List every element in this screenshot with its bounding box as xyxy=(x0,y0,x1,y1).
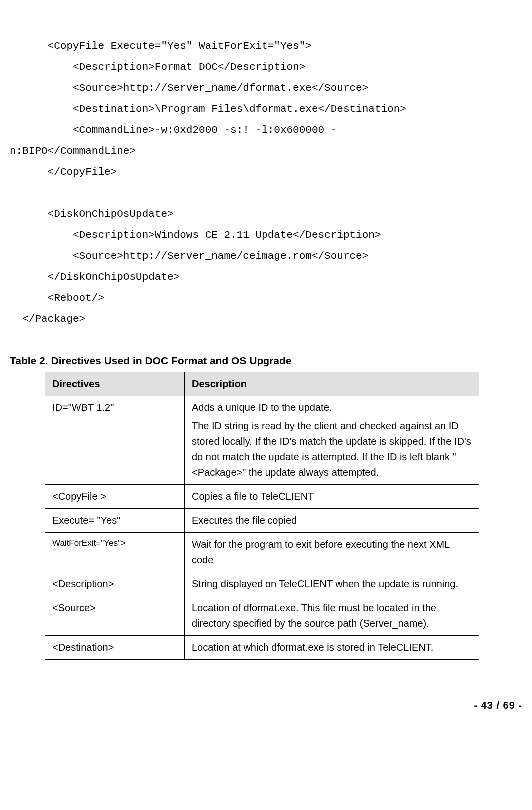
description-cell: Wait for the program to exit before exec… xyxy=(185,533,479,572)
code-line: <Source>http://Server_name/dformat.exe</… xyxy=(10,82,368,94)
directive-cell: WaitForExit="Yes"> xyxy=(45,533,185,572)
table-row: <Destination> Location at which dformat.… xyxy=(45,636,479,660)
code-line: <DiskOnChipOsUpdate> xyxy=(10,208,174,220)
code-line: <Description>Windows CE 2.11 Update</Des… xyxy=(10,229,381,241)
table-row: <Source> Location of dformat.exe. This f… xyxy=(45,596,479,636)
table-row: Execute= "Yes" Executes the file copied xyxy=(45,509,479,533)
description-cell: String displayed on TeleCLIENT when the … xyxy=(185,572,479,596)
description-cell: Location at which dformat.exe is stored … xyxy=(185,636,479,660)
description-text: Adds a unique ID to the update. xyxy=(192,400,472,415)
description-text: The ID string is read by the client and … xyxy=(192,418,472,480)
table-header-directives: Directives xyxy=(45,372,185,396)
code-block: <CopyFile Execute="Yes" WaitForExit="Yes… xyxy=(10,15,522,330)
code-line: </DiskOnChipOsUpdate> xyxy=(10,271,180,283)
description-cell: Copies a file to TeleCLIENT xyxy=(185,485,479,509)
table-row: <CopyFile > Copies a file to TeleCLIENT xyxy=(45,485,479,509)
code-line: <Reboot/> xyxy=(10,292,104,304)
directive-cell: ID="WBT 1.2" xyxy=(45,396,185,485)
code-line: </CopyFile> xyxy=(10,166,117,178)
table-title: Table 2. Directives Used in DOC Format a… xyxy=(10,355,522,367)
directive-cell: <Description> xyxy=(45,572,185,596)
code-line: <CommandLine>-w:0xd2000 -s:! -l:0x600000… xyxy=(10,124,337,136)
table-row: WaitForExit="Yes"> Wait for the program … xyxy=(45,533,479,572)
description-cell: Adds a unique ID to the update. The ID s… xyxy=(185,396,479,485)
table-header-description: Description xyxy=(185,372,479,396)
code-line: </Package> xyxy=(10,313,85,325)
code-line: n:BIPO</CommandLine> xyxy=(10,145,136,157)
directive-cell: <Source> xyxy=(45,596,185,636)
directive-cell: <Destination> xyxy=(45,636,185,660)
directive-cell: <CopyFile > xyxy=(45,485,185,509)
table-row: ID="WBT 1.2" Adds a unique ID to the upd… xyxy=(45,396,479,485)
table-header-row: Directives Description xyxy=(45,372,479,396)
description-cell: Executes the file copied xyxy=(185,509,479,533)
table-row: <Description> String displayed on TeleCL… xyxy=(45,572,479,596)
directive-cell: Execute= "Yes" xyxy=(45,509,185,533)
code-line: <Source>http://Server_name/ceimage.rom</… xyxy=(10,250,368,262)
description-cell: Location of dformat.exe. This file must … xyxy=(185,596,479,636)
page-footer: - 43 / 69 - xyxy=(10,700,522,711)
code-line: <CopyFile Execute="Yes" WaitForExit="Yes… xyxy=(10,40,312,52)
code-line: <Destination>\Program Files\dformat.exe<… xyxy=(10,103,406,115)
directives-table: Directives Description ID="WBT 1.2" Adds… xyxy=(45,372,479,660)
code-line: <Description>Format DOC</Description> xyxy=(10,61,305,73)
